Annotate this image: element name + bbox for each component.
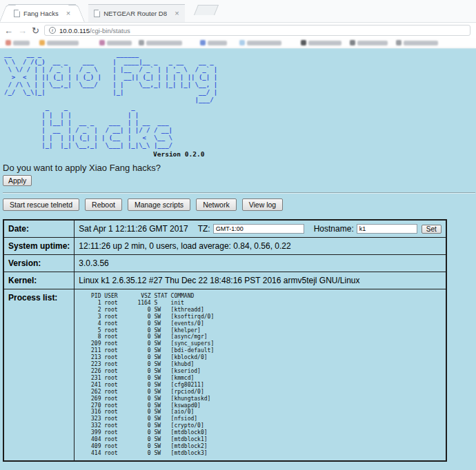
- tz-label: TZ:: [198, 224, 210, 234]
- url-path: /cgi-bin/status: [90, 27, 130, 34]
- tab-title: NETGEAR Router D8500: [103, 10, 167, 17]
- bookmark-favicon: [239, 40, 245, 45]
- bookmark-item[interactable]: [350, 40, 388, 45]
- divider: [3, 192, 475, 194]
- fang-hacks-page: __ __ _ ______ \ \ / /(_) __ _ ___ | ___…: [0, 48, 476, 470]
- bookmark-favicon: [6, 40, 11, 45]
- bookmark-label: [404, 41, 438, 45]
- table-row: Date: Sat Apr 1 12:11:26 GMT 2017 TZ: Ho…: [3, 220, 446, 238]
- process-list: PID USER VSZ STAT COMMAND 1 root 1164 S …: [84, 293, 441, 457]
- bookmark-item[interactable]: [99, 40, 132, 45]
- page-icon: [14, 10, 20, 17]
- tab-netgear-router[interactable]: NETGEAR Router D8500 ×: [88, 4, 184, 22]
- hacks-ascii-art: _ _ _ | | | | | | | |__| | __ _ ___ | | …: [4, 104, 476, 150]
- bookmark-label: [308, 41, 341, 45]
- bookmark-item[interactable]: [396, 40, 438, 45]
- apply-question: Do you want to apply Xiao Fang hacks?: [3, 163, 476, 173]
- table-row: System uptime: 12:11:26 up 2 min, 0 user…: [3, 238, 446, 255]
- bookmark-label: [146, 41, 182, 45]
- bookmark-label: [13, 41, 30, 45]
- address-bar[interactable]: i 10.0.0.115/cgi-bin/status: [44, 25, 470, 36]
- uptime-label: System uptime:: [3, 238, 75, 255]
- bookmark-favicon: [200, 40, 206, 45]
- back-icon[interactable]: ←: [4, 26, 13, 35]
- date-label: Date:: [3, 220, 75, 238]
- bookmark-favicon: [39, 40, 45, 45]
- table-row: Kernel: Linux k1 2.6.35.12 #27 Thu Dec 2…: [3, 272, 446, 289]
- bookmark-favicon: [350, 40, 355, 45]
- kernel-label: Kernel:: [3, 272, 75, 289]
- close-icon[interactable]: ×: [66, 10, 70, 17]
- view-log-button[interactable]: View log: [242, 198, 284, 211]
- bookmark-label: [208, 41, 227, 45]
- reload-icon[interactable]: ↻: [32, 26, 39, 35]
- version-label: Version 0.2.0: [153, 150, 476, 158]
- bookmark-item[interactable]: [200, 40, 227, 45]
- network-button[interactable]: Network: [196, 198, 237, 211]
- close-icon[interactable]: ×: [175, 10, 179, 17]
- version-row-label: Version:: [3, 255, 75, 272]
- reboot-button[interactable]: Reboot: [85, 198, 122, 211]
- process-list-label: Process list:: [3, 289, 75, 461]
- forward-icon[interactable]: →: [18, 26, 27, 35]
- bookmark-favicon: [139, 40, 144, 45]
- browser-toolbar: ← → ↻ i 10.0.0.115/cgi-bin/status: [0, 23, 476, 38]
- status-table: Date: Sat Apr 1 12:11:26 GMT 2017 TZ: Ho…: [3, 219, 447, 462]
- bookmark-label: [47, 41, 79, 45]
- tab-fang-hacks[interactable]: Fang Hacks ×: [8, 4, 76, 22]
- uptime-value: 12:11:26 up 2 min, 0 users, load average…: [75, 238, 446, 255]
- date-value: Sat Apr 1 12:11:26 GMT 2017: [79, 224, 188, 234]
- page-icon: [94, 10, 100, 17]
- bookmark-favicon: [301, 40, 306, 45]
- info-icon[interactable]: i: [49, 27, 56, 34]
- hostname-label: Hostname:: [314, 224, 354, 234]
- browser-chrome: Fang Hacks × NETGEAR Router D8500 × ← → …: [0, 0, 476, 48]
- new-tab-button[interactable]: [194, 5, 219, 15]
- bookmark-item[interactable]: [39, 40, 79, 45]
- table-row: Process list: PID USER VSZ STAT COMMAND …: [3, 289, 446, 461]
- version-value: 3.0.3.56: [75, 255, 446, 272]
- xiaofang-ascii-art: __ __ _ ______ \ \ / /(_) __ _ ___ | ___…: [4, 51, 476, 104]
- hostname-input[interactable]: [357, 224, 417, 234]
- bookmark-item[interactable]: [301, 40, 341, 45]
- bookmark-label: [357, 41, 388, 45]
- bookmark-item[interactable]: [6, 40, 30, 45]
- bookmark-favicon: [396, 40, 401, 45]
- bookmarks-bar: [0, 38, 476, 48]
- bookmark-favicon: [99, 40, 105, 45]
- bookmark-item[interactable]: [239, 40, 281, 45]
- bookmark-item[interactable]: [139, 40, 182, 45]
- manage-scripts-button[interactable]: Manage scripts: [128, 198, 190, 211]
- bookmark-label: [247, 41, 281, 45]
- bookmark-label: [107, 41, 132, 45]
- tab-strip: Fang Hacks × NETGEAR Router D8500 ×: [0, 0, 476, 23]
- tab-title: Fang Hacks: [23, 10, 59, 17]
- set-button[interactable]: Set: [422, 225, 442, 234]
- table-row: Version: 3.0.3.56: [3, 255, 446, 272]
- url-text[interactable]: 10.0.0.115/cgi-bin/status: [59, 27, 130, 34]
- url-domain: 10.0.0.115: [59, 27, 90, 34]
- action-buttons: Start rescue telnetd Reboot Manage scrip…: [3, 198, 476, 211]
- kernel-value: Linux k1 2.6.35.12 #27 Thu Dec 22 18:48:…: [75, 272, 446, 289]
- apply-button[interactable]: Apply: [3, 175, 32, 186]
- tz-input[interactable]: [213, 224, 304, 234]
- start-rescue-telnetd-button[interactable]: Start rescue telnetd: [3, 198, 79, 211]
